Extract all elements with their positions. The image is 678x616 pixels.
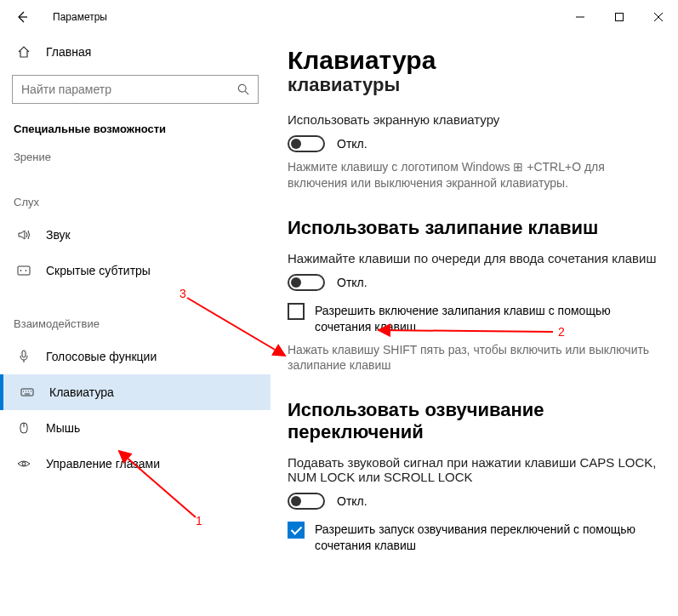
- section-sticky-heading: Использовать залипание клавиш: [288, 217, 661, 239]
- nav-captions[interactable]: Скрытые субтитры: [12, 253, 259, 288]
- osk-hint: Нажмите клавишу с логотипом Windows ⊞ +C…: [288, 159, 661, 191]
- minimize-icon: [576, 13, 584, 21]
- svg-rect-2: [616, 14, 624, 21]
- sticky-description: Нажимайте клавиши по очереди для ввода с…: [288, 251, 661, 265]
- nav-sound[interactable]: Звук: [12, 217, 259, 253]
- svg-line-6: [245, 91, 248, 94]
- annotation-2: 2: [558, 325, 565, 339]
- toggle-osk-state: Откл.: [337, 137, 367, 151]
- close-icon: [654, 13, 663, 21]
- window-title: Параметры: [53, 11, 107, 23]
- maximize-button[interactable]: [600, 3, 639, 31]
- nav-keyboard-label: Клавиатура: [49, 385, 114, 399]
- search-box[interactable]: [12, 75, 259, 104]
- search-input[interactable]: [13, 83, 229, 96]
- toggle-togglekeys-state: Откл.: [337, 494, 367, 508]
- minimize-button[interactable]: [561, 3, 600, 31]
- checkbox-sticky-label: Разрешить включение залипания клавиш с п…: [315, 303, 661, 335]
- checkbox-togglekeys-label: Разрешить запуск озвучивания переключени…: [315, 522, 661, 554]
- close-button[interactable]: [639, 3, 678, 31]
- svg-rect-8: [22, 351, 26, 357]
- toggle-knob: [291, 277, 301, 288]
- sticky-hint: Нажать клавишу SHIFT пять раз, чтобы вкл…: [288, 342, 661, 374]
- svg-rect-7: [18, 266, 30, 275]
- windows-logo-icon: ⊞: [513, 160, 523, 174]
- nav-home[interactable]: Главная: [12, 34, 259, 70]
- category-hearing: Слух: [12, 196, 259, 208]
- arrow-left-icon: [15, 10, 29, 24]
- nav-home-label: Главная: [46, 45, 91, 59]
- toggle-sticky-state: Откл.: [337, 276, 367, 289]
- search-icon: [229, 83, 258, 95]
- nav-sound-label: Звук: [46, 228, 71, 242]
- svg-rect-9: [21, 389, 33, 396]
- captions-icon: [17, 264, 32, 277]
- toggle-sticky[interactable]: [288, 274, 325, 291]
- back-button[interactable]: [10, 5, 34, 29]
- nav-eye-control[interactable]: Управление глазами: [12, 446, 259, 482]
- annotation-1: 1: [196, 514, 202, 528]
- nav-captions-label: Скрытые субтитры: [46, 264, 151, 277]
- category-vision: Зрение: [12, 151, 259, 163]
- svg-point-5: [238, 84, 246, 92]
- osk-description: Использовать экранную клавиатуру: [288, 112, 661, 127]
- home-icon: [17, 45, 32, 59]
- nav-speech[interactable]: Голосовые функции: [12, 339, 259, 374]
- maximize-icon: [615, 13, 624, 21]
- annotation-3: 3: [179, 287, 186, 300]
- section-osk-heading: Использовать устройство без обычной клав…: [288, 77, 661, 99]
- nav-keyboard[interactable]: Клавиатура: [0, 374, 271, 410]
- checkbox-sticky-shortcut[interactable]: [288, 303, 305, 320]
- toggle-knob: [291, 496, 301, 506]
- nav-eye-label: Управление глазами: [46, 457, 160, 471]
- eye-icon: [17, 457, 32, 471]
- toggle-togglekeys[interactable]: [288, 493, 325, 510]
- page-title: Клавиатура: [288, 46, 661, 75]
- mouse-icon: [17, 421, 32, 435]
- speaker-icon: [17, 228, 32, 242]
- toggle-osk[interactable]: [288, 135, 325, 152]
- category-interaction: Взаимодействие: [12, 317, 259, 330]
- keyboard-icon: [20, 385, 36, 399]
- nav-mouse-label: Мышь: [46, 421, 80, 435]
- nav-mouse[interactable]: Мышь: [12, 410, 259, 446]
- nav-speech-label: Голосовые функции: [46, 350, 157, 363]
- svg-point-17: [22, 462, 26, 465]
- toggle-knob: [291, 139, 301, 149]
- microphone-icon: [17, 350, 32, 363]
- sidebar-group-title: Специальные возможности: [12, 123, 259, 135]
- section-togglekeys-heading: Использовать озвучивание переключений: [288, 399, 661, 443]
- togglekeys-description: Подавать звуковой сигнал при нажатии кла…: [288, 455, 661, 484]
- checkbox-togglekeys-shortcut[interactable]: [288, 522, 305, 539]
